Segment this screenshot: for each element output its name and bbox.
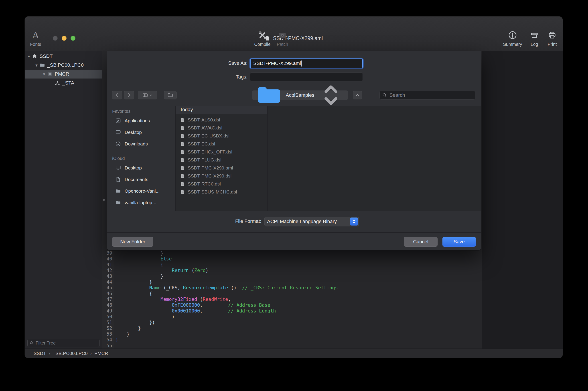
save-button[interactable]: Save [443,237,476,247]
file-name: SSDT-AWAC.dsl [188,125,222,131]
acpi-tree: ▾SSDT▾_SB.PC00.LPC0▾PMCR_STA [25,52,102,88]
file-row-ssdt-rtc0-dsl[interactable]: SSDT-RTC0.dsl [176,180,481,188]
sidebar-item-applications[interactable]: Applications [107,115,175,127]
chevron-up-icon [354,92,360,98]
code-line-49: 49 0x00010000, // Address Length [102,308,482,314]
code-line-45: 45 Name (_CRS, ResourceTemplate () // _C… [102,285,482,291]
file-row-ssdt-pmc-x299-aml[interactable]: SSDT-PMC-X299.aml [176,164,481,172]
tree-item-sb-pc00-lpc0[interactable]: ▾_SB.PC00.LPC0 [25,61,102,70]
cancel-button[interactable]: Cancel [404,237,438,247]
document-icon [115,177,121,182]
disclosure-triangle[interactable]: ▾ [26,54,32,59]
splitter-handle[interactable] [103,199,105,201]
tags-label: Tags: [107,74,247,80]
file-row-ssdt-sbus-mchc-dsl[interactable]: SSDT-SBUS-MCHC.dsl [176,188,481,196]
search-input[interactable] [389,92,473,98]
line-number: 44 [102,279,114,285]
tags-input[interactable] [250,73,362,81]
collapse-browser-button[interactable] [353,91,362,99]
file-document-icon [180,165,185,171]
sidebar-item-documents[interactable]: Documents [107,174,175,185]
desktop-background: SSDT-PMC-X299.aml A Fonts Compile Patch … [0,0,588,391]
code-line-40: 40 Else [102,256,482,262]
code-line-55: 55 [102,343,482,349]
line-number: 45 [102,285,114,291]
folder-icon [115,200,121,205]
method-icon [55,80,60,86]
code-line-41: 41 { [102,262,482,268]
tree-item-label: _STA [62,80,74,86]
tags-field[interactable] [250,73,363,81]
file-row-ssdt-plug-dsl[interactable]: SSDT-PLUG.dsl [176,156,481,164]
desktop-icon [115,129,121,135]
sidebar-item-label: Opencore-Vani... [125,188,160,194]
toolbar-patch[interactable]: Patch [265,29,300,47]
sidebar-section-header-favorites: Favorites [107,108,175,114]
device-icon [47,71,53,77]
tree-item-sta[interactable]: _STA [25,79,102,88]
file-name: SSDT-RTC0.dsl [188,181,221,187]
sidebar-item-opencore-vani[interactable]: Opencore-Vani... [107,185,175,197]
sidebar-item-vanilla-laptop[interactable]: vanilla-laptop-... [107,197,175,208]
applications-icon [115,118,121,124]
line-number: 41 [102,262,114,268]
file-row-ssdt-pmc-x299-dsl[interactable]: SSDT-PMC-X299.dsl [176,172,481,180]
new-folder-button[interactable]: New Folder [112,237,153,247]
line-number: 53 [102,331,114,337]
save-as-field[interactable]: SSDT-PMC-X299.aml [250,59,363,68]
save-as-label: Save As: [107,60,247,66]
popup-stepper [350,217,358,225]
tree-item-pmcr[interactable]: ▾PMCR [25,70,102,79]
file-list-area: Today SSDT-ALS0.dslSSDT-AWAC.dslSSDT-EC-… [175,106,481,211]
sidebar-item-desktop[interactable]: Desktop [107,162,175,174]
file-row-ssdt-ehcx-off-dsl[interactable]: SSDT-EHCx_OFF.dsl [176,148,481,156]
code-line-39: 39 } [102,250,482,256]
forward-button[interactable] [124,91,134,99]
file-row-ssdt-ec-usbx-dsl[interactable]: SSDT-EC-USBX.dsl [176,132,481,140]
save-as-value: SSDT-PMC-X299.aml [253,61,301,66]
code-text: Memory32Fixed (ReadWrite, [114,296,231,302]
file-group-header: Today [176,106,267,114]
breadcrumb-item-sb-pc00-lpc0[interactable]: _SB.PC00.LPC0 [53,351,88,356]
sidebar-item-desktop[interactable]: Desktop [107,127,175,138]
filter-tree-field[interactable] [27,339,100,347]
filter-tree-input[interactable] [35,340,98,346]
location-popup[interactable]: AcpiSamples [252,91,348,100]
view-mode-button[interactable] [138,91,157,99]
folder-action-button[interactable] [164,91,177,99]
sidebar-section-header-icloud: iCloud [107,155,175,162]
file-row-ssdt-als0-dsl[interactable]: SSDT-ALS0.dsl [176,116,481,124]
toolbar-fonts-label: Fonts [25,42,53,47]
divider [107,211,481,211]
file-name: SSDT-PLUG.dsl [188,157,222,163]
back-button[interactable] [112,91,122,99]
code-text: } [114,337,118,343]
breadcrumb[interactable]: SSDT›_SB.PC00.LPC0›PMCR [34,351,108,356]
code-line-54: 54} [102,337,482,343]
line-number: 40 [102,256,114,262]
file-format-popup[interactable]: ACPI Machine Language Binary [264,217,359,226]
patch-icon [265,29,300,41]
line-number: 46 [102,291,114,296]
disclosure-triangle[interactable]: ▾ [34,63,39,68]
breadcrumb-item-ssdt[interactable]: SSDT [34,351,46,356]
file-format-label: File Format: [107,218,261,224]
line-number: 54 [102,337,114,343]
code-text: 0xFE000000, // Address Base [114,302,270,308]
file-row-ssdt-awac-dsl[interactable]: SSDT-AWAC.dsl [176,124,481,132]
search-field[interactable] [379,91,475,100]
folder-icon [115,188,121,194]
file-row-ssdt-ec-dsl[interactable]: SSDT-EC.dsl [176,140,481,148]
code-line-51: 51 }) [102,320,482,325]
file-name: SSDT-ALS0.dsl [188,117,220,122]
toolbar-print[interactable]: Print [534,29,563,47]
tree-item-ssdt[interactable]: ▾SSDT [25,52,102,61]
code-text: Else [114,256,172,262]
sidebar-item-label: Applications [125,118,150,123]
toolbar-fonts[interactable]: A Fonts [25,29,53,47]
line-number: 50 [102,314,114,320]
breadcrumb-item-pmcr[interactable]: PMCR [94,351,108,356]
file-name: SSDT-PMC-X299.aml [188,165,233,171]
disclosure-triangle[interactable]: ▾ [41,72,47,77]
sidebar-item-downloads[interactable]: Downloads [107,138,175,150]
